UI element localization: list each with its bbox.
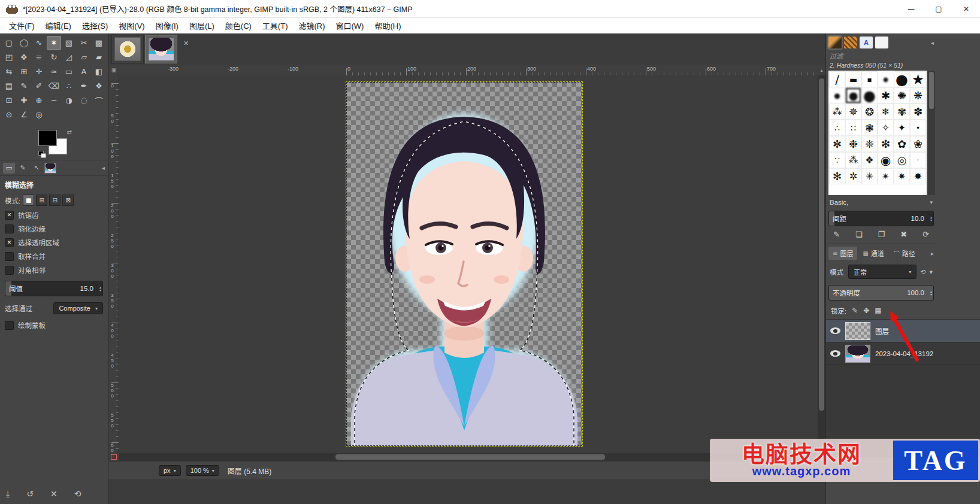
documents-tab[interactable] [875,37,888,48]
brush-item[interactable]: ✿ [894,136,910,152]
image-tab-portrait[interactable] [145,35,177,63]
lock-position-icon[interactable]: ✥ [863,306,869,315]
select-by-dropdown[interactable]: Composite ▾ [53,302,103,314]
menu-item[interactable]: 图层(L) [184,18,220,33]
tool-perspective-clone[interactable]: ⊕ [32,93,46,107]
brush-item[interactable]: ✾ [894,104,910,120]
menu-item[interactable]: 滤镜(R) [293,18,330,33]
swap-colors-icon[interactable]: ⇄ [67,129,72,135]
tool-shear[interactable]: ▱ [77,50,91,64]
brush-item[interactable]: ▪ [861,71,878,87]
close-button[interactable]: ✕ [952,0,980,17]
tool-unified-transform[interactable]: ⊞ [17,65,31,78]
tool-bucket-fill[interactable]: ◧ [92,65,106,78]
tab-channels[interactable]: ▦通道 [858,247,888,260]
selection-mode-intersect[interactable]: ⊠ [62,195,74,206]
zoom-dropdown[interactable]: 100 % ▾ [186,465,219,476]
menu-item[interactable]: 视图(V) [113,18,150,33]
menu-item[interactable]: 窗口(W) [331,18,370,33]
tool-scissors-select[interactable]: ✂ [77,36,91,50]
brush-scrollbar[interactable] [928,71,935,195]
tool-mypaint-brush[interactable]: ❖ [92,79,106,93]
spinner-down-icon[interactable]: ▾ [99,289,101,292]
brush-item[interactable]: ✻ [829,168,845,184]
foreground-color-swatch[interactable] [38,130,57,146]
brush-item[interactable]: ✦ [894,120,910,136]
tool-measure[interactable]: ∠ [17,108,31,122]
checkbox-diagonal-neighbors[interactable] [5,266,14,275]
checkbox-feather-edges[interactable] [5,224,14,233]
canvas-viewport[interactable] [119,75,818,453]
brushes-tab[interactable] [828,37,842,48]
quick-mask-toggle[interactable] [108,453,119,461]
brush-item[interactable]: ▬ [845,71,861,87]
chevron-down-icon[interactable]: ▾ [929,268,933,276]
patterns-tab[interactable] [844,37,857,48]
tool-ink[interactable]: ✒ [77,79,91,93]
tool-handle-transform[interactable]: ✛ [32,65,46,78]
checkbox-draw-mask[interactable] [5,321,14,330]
brush-item[interactable]: ⁂ [845,152,861,168]
brush-item[interactable]: ∵ [829,152,845,168]
delete-brush-button[interactable]: ✖ [900,230,907,239]
brush-item[interactable]: ● [829,87,845,104]
threshold-spinner[interactable]: ▴▾ [99,281,101,296]
duplicate-brush-button[interactable]: ❐ [878,230,885,239]
threshold-slider[interactable]: 阈值 15.0 ▴▾ [5,281,103,296]
spacing-spinner[interactable]: ▴▾ [930,211,932,226]
brush-item[interactable]: ❖ [861,152,878,168]
tool-zoom[interactable]: ◎ [32,108,46,122]
brush-item[interactable]: ✽ [910,104,926,120]
fonts-tab[interactable]: A [860,37,873,48]
brush-item[interactable]: ❂ [861,104,878,120]
tool-dodge-burn[interactable]: ◑ [62,93,76,107]
menu-item[interactable]: 工具(T) [257,18,294,33]
brush-item[interactable]: ✵ [845,104,861,120]
brush-item[interactable]: ✱ [878,87,894,104]
restore-tool-preset-button[interactable]: ↺ [26,489,34,499]
brush-item[interactable]: ● [861,87,878,104]
brush-item[interactable]: ✳ [861,168,878,184]
menu-item[interactable]: 编辑(E) [40,18,77,33]
menu-item[interactable]: 图像(I) [150,18,184,33]
tool-free-select[interactable]: ∿ [32,36,46,50]
collapse-right-icon[interactable]: ▸ [931,250,934,257]
lock-alpha-icon[interactable]: ▦ [875,306,881,315]
tool-warp-transform[interactable]: ≈ [47,65,61,78]
tool-smudge[interactable]: ∼ [47,93,61,107]
tool-fuzzy-select[interactable]: ✶ [47,36,61,50]
spinner-down-icon[interactable]: ▾ [930,218,932,221]
brush-item[interactable]: ✷ [894,168,910,184]
selection-mode-add[interactable]: ⊞ [36,195,47,206]
ruler-corner-menu[interactable]: ▣ [108,65,119,76]
close-tab-icon[interactable]: ✕ [183,40,189,47]
tool-options-tab[interactable]: ▭ [3,163,15,174]
tool-foreground-select[interactable]: ▩ [92,36,106,50]
menu-item[interactable]: 选择(S) [77,18,113,33]
tool-color-picker[interactable]: ⊙ [2,108,16,122]
visibility-eye-icon[interactable] [830,327,840,334]
menu-item[interactable]: 帮助(H) [369,18,406,33]
brush-item[interactable]: ◎ [894,152,910,168]
brush-item[interactable]: ❇ [878,136,894,152]
brush-item[interactable]: ✧ [878,120,894,136]
tool-paths[interactable]: ⌒ [92,93,106,107]
spacing-slider[interactable]: 间距 10.0 ▴▾ [828,211,934,226]
save-tool-preset-button[interactable]: ⤓ [6,489,10,499]
collapse-left-icon[interactable]: ◂ [102,165,105,171]
refresh-brushes-button[interactable]: ⟳ [922,230,929,239]
visibility-eye-icon[interactable] [830,350,840,357]
delete-tool-preset-button[interactable]: ✕ [50,489,58,499]
brush-item[interactable]: • [910,120,926,136]
canvas-corner-icon[interactable]: ▴ [818,65,825,75]
new-brush-button[interactable]: ❏ [855,230,863,239]
checkbox-sample-merged[interactable] [5,252,14,261]
tool-rectangle-select[interactable]: ▢ [2,36,16,50]
tool-rotate[interactable]: ↻ [47,50,61,64]
selection-mode-subtract[interactable]: ⊟ [49,195,61,206]
tool-crop[interactable]: ◰ [2,50,16,64]
brush-item[interactable]: ★ [910,71,926,87]
tool-ellipse-select[interactable]: ◯ [17,36,31,50]
reset-mode-icon[interactable]: ⟲ [920,268,925,276]
tool-pencil[interactable]: ✎ [17,79,31,93]
